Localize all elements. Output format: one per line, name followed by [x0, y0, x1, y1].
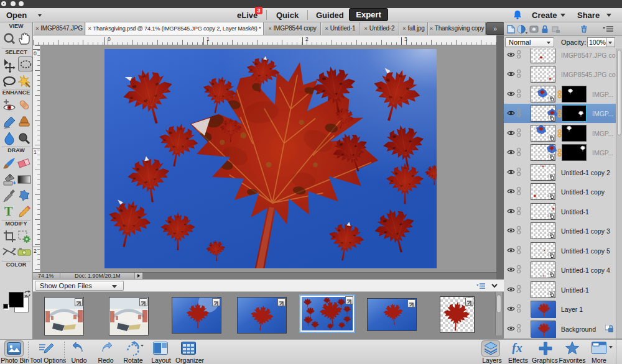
svg-text:fx: fx	[512, 342, 522, 354]
svg-text:T: T	[4, 205, 13, 217]
